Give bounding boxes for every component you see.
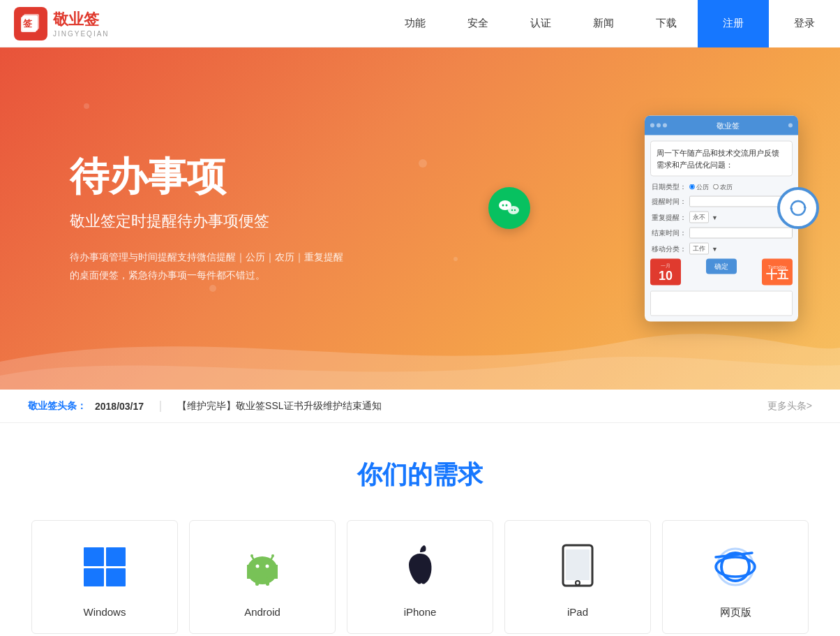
iphone-label: iPhone <box>404 606 437 618</box>
hero-dot-1 <box>84 103 89 109</box>
svg-point-24 <box>271 554 274 557</box>
hero-section: 待办事项 敬业签定时提醒待办事项便签 待办事项管理与时间提醒支持微信提醒｜公历｜… <box>0 47 840 390</box>
form-repeat-row: 重复提醒： 永不 ▼ <box>650 212 793 223</box>
android-icon <box>237 542 287 592</box>
ticker-date: 2018/03/17 <box>95 401 144 412</box>
ipad-label: iPad <box>567 606 588 618</box>
sync-bubble <box>777 187 819 229</box>
svg-point-7 <box>508 206 519 214</box>
form-date-label: 日期类型： <box>650 182 687 192</box>
svg-rect-17 <box>247 566 250 576</box>
cal-btn-lunar: Tuesday 十五 <box>762 259 793 286</box>
hero-desc-line2: 的桌面便签，紧急待办事项一每件都不错过。 <box>70 269 265 281</box>
wechat-bubble <box>488 187 530 229</box>
ticker-divider: ｜ <box>155 399 166 413</box>
ticker-more[interactable]: 更多头条> <box>767 400 812 413</box>
form-repeat-value: 永不 <box>689 212 709 223</box>
hero-subtitle: 敬业签定时提醒待办事项便签 <box>70 211 343 232</box>
form-remind-row: 提醒时间： <box>650 196 793 207</box>
confirm-area: 确定 <box>706 259 737 286</box>
nav-security[interactable]: 安全 <box>447 0 509 47</box>
nav-links: 功能 安全 认证 新闻 下载 注册 登录 <box>384 0 840 47</box>
windows-icon <box>80 542 130 592</box>
logo[interactable]: 签 敬业签 JINGYEQIAN <box>14 7 110 40</box>
app-text-area <box>650 291 793 316</box>
svg-point-5 <box>502 205 504 207</box>
app-note-text: 周一下午随产品和技术交流用户反馈需求和产品优化问题： <box>650 141 793 177</box>
android-label: Android <box>244 606 280 618</box>
nav-news[interactable]: 新闻 <box>572 0 635 47</box>
hero-desc: 待办事项管理与时间提醒支持微信提醒｜公历｜农历｜重复提醒 的桌面便签，紧急待办事… <box>70 249 343 283</box>
app-titlebar: 敬业签 <box>645 116 798 135</box>
nav-download[interactable]: 下载 <box>635 0 698 47</box>
dropdown-arrow-2: ▼ <box>712 245 718 252</box>
form-date-options: 公历 农历 <box>689 182 733 191</box>
platforms-row: Windows <box>28 520 812 634</box>
form-remind-label: 提醒时间： <box>650 197 687 207</box>
nav-feature[interactable]: 功能 <box>384 0 447 47</box>
svg-rect-14 <box>252 563 273 576</box>
nav-auth[interactable]: 认证 <box>509 0 572 47</box>
svg-rect-19 <box>255 577 259 586</box>
form-group-row: 移动分类： 工作 ▼ <box>650 243 793 255</box>
hero-dot-3 <box>453 257 458 261</box>
svg-point-23 <box>250 554 253 557</box>
app-window: 敬业签 周一下午随产品和技术交流用户反馈需求和产品优化问题： 日期类型： 公历 … <box>645 116 798 322</box>
form-repeat-select: 永不 ▼ <box>689 212 718 223</box>
sync-icon <box>777 187 819 229</box>
logo-cn-text: 敬业签 <box>53 9 110 30</box>
web-label: 网页版 <box>720 606 751 619</box>
svg-rect-20 <box>266 577 269 586</box>
hero-content: 待办事项 敬业签定时提醒待办事项便签 待办事项管理与时间提醒支持微信提醒｜公历｜… <box>0 153 343 284</box>
login-button[interactable]: 登录 <box>769 0 840 47</box>
svg-text:签: 签 <box>23 18 33 29</box>
ticker-label: 敬业签头条： <box>28 400 87 413</box>
form-date-row: 日期类型： 公历 农历 <box>650 182 793 192</box>
form-result-row: 结束时间： <box>650 228 793 239</box>
section-title: 你们的需求 <box>28 458 812 492</box>
hero-dot-2 <box>419 159 427 168</box>
apple-icon <box>395 542 445 592</box>
wechat-icon <box>488 187 530 229</box>
app-title-text: 敬业签 <box>670 120 786 131</box>
ticker-content: 【维护完毕】敬业签SSL证书升级维护结束通知 <box>177 400 759 413</box>
cal-btn-red: 一月 10 <box>650 259 681 286</box>
svg-point-16 <box>266 565 269 568</box>
windows-logo <box>84 547 126 586</box>
needs-section: 你们的需求 Windows <box>0 423 840 636</box>
platform-iphone[interactable]: iPhone <box>347 520 493 634</box>
register-button[interactable]: 注册 <box>698 0 769 47</box>
form-group-value: 工作 <box>689 243 709 255</box>
hero-app-image: 敬业签 周一下午随产品和技术交流用户反馈需求和产品优化问题： 日期类型： 公历 … <box>645 116 798 322</box>
confirm-btn[interactable]: 确定 <box>706 259 737 274</box>
platform-windows[interactable]: Windows <box>31 520 178 634</box>
logo-text: 敬业签 JINGYEQIAN <box>53 9 110 38</box>
dropdown-arrow: ▼ <box>712 214 718 221</box>
svg-point-15 <box>256 565 260 568</box>
hero-title: 待办事项 <box>70 153 343 200</box>
form-repeat-label: 重复提醒： <box>650 212 687 222</box>
app-buttons-row: 一月 10 确定 Tuesday 十五 <box>650 259 793 286</box>
hero-dot-4 <box>209 285 216 292</box>
svg-point-9 <box>514 209 516 211</box>
svg-rect-26 <box>566 549 590 580</box>
platform-web[interactable]: 网页版 <box>662 520 809 634</box>
logo-en-text: JINGYEQIAN <box>53 30 110 38</box>
platform-ipad[interactable]: iPad <box>504 520 651 634</box>
hero-desc-line1: 待办事项管理与时间提醒支持微信提醒｜公历｜农历｜重复提醒 <box>70 251 343 262</box>
form-group-select: 工作 ▼ <box>689 243 718 255</box>
logo-icon: 签 <box>14 7 47 40</box>
form-group-label: 移动分类： <box>650 244 687 253</box>
navbar: 签 敬业签 JINGYEQIAN 功能 安全 认证 新闻 下载 注册 登录 <box>0 0 840 47</box>
ie-icon <box>710 542 760 592</box>
app-body: 周一下午随产品和技术交流用户反馈需求和产品优化问题： 日期类型： 公历 农历 提… <box>645 135 798 322</box>
svg-rect-18 <box>274 566 278 576</box>
windows-label: Windows <box>84 606 126 618</box>
news-ticker: 敬业签头条： 2018/03/17 ｜ 【维护完毕】敬业签SSL证书升级维护结束… <box>0 390 840 423</box>
ipad-icon <box>553 542 603 592</box>
form-result-label: 结束时间： <box>650 228 687 238</box>
platform-android[interactable]: Android <box>189 520 336 634</box>
svg-point-6 <box>506 205 508 207</box>
svg-point-8 <box>511 209 513 211</box>
